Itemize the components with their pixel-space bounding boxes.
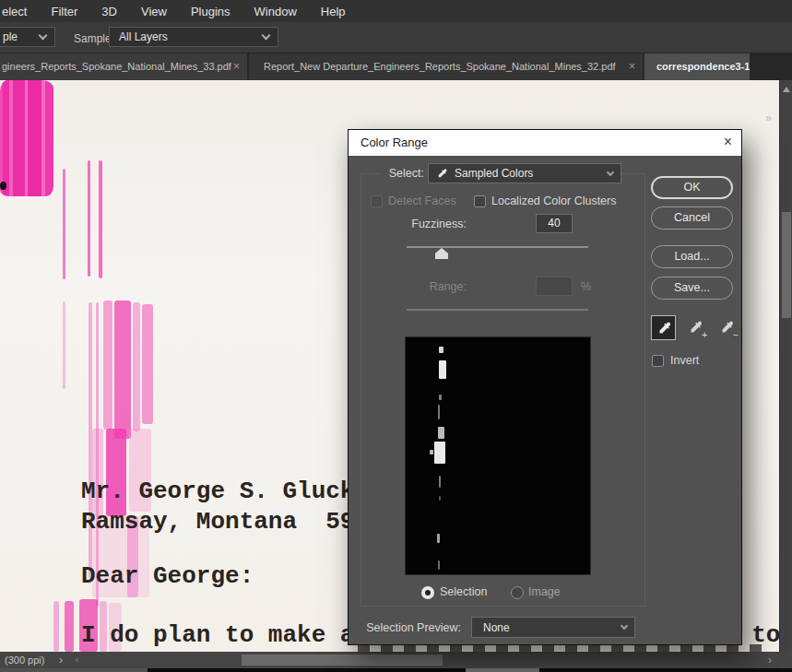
tab-label: gineers_Reports_Spokane_National_Mines_3…: [2, 61, 231, 72]
image-radio[interactable]: [511, 586, 524, 599]
ok-button[interactable]: OK: [651, 176, 733, 199]
vertical-scrollbar-thumb[interactable]: [782, 212, 791, 318]
vertical-scrollbar[interactable]: [779, 80, 792, 652]
resolution-status-text: (300 ppi): [5, 654, 44, 666]
fuzziness-slider-track[interactable]: [407, 246, 588, 248]
preview-speck: [439, 476, 441, 488]
paint-stroke-main: [0, 80, 53, 196]
typewriter-line-1: Mr. George S. Gluck: [81, 477, 354, 505]
typewriter-line-4: I do plan to make a: [81, 621, 354, 649]
window-edge: [466, 668, 539, 672]
scroll-left-icon[interactable]: ‹: [76, 654, 78, 665]
image-radio-label: Image: [528, 585, 561, 598]
preview-speck: [439, 496, 441, 501]
dialog-titlebar[interactable]: Color Range ×: [349, 130, 741, 156]
menu-bar: elect Filter 3D View Plugins Window Help: [0, 0, 792, 22]
chevron-down-icon: [621, 622, 628, 630]
preview-speck: [438, 427, 444, 439]
preview-speck: [438, 405, 440, 419]
tab-document-correspondence-active[interactable]: correspondence3-1.p: [644, 53, 750, 80]
typewriter-line-3: Dear George:: [81, 562, 254, 590]
eyedropper-sample-button[interactable]: [651, 315, 676, 340]
preview-speck: [430, 450, 433, 454]
select-label: Select:: [382, 167, 426, 180]
tab-document-mines-32[interactable]: Report_New Departure_Engineers_Reports_S…: [249, 53, 643, 80]
invert-checkbox[interactable]: [652, 355, 664, 367]
save-button[interactable]: Save...: [651, 277, 733, 300]
menu-item-view[interactable]: View: [141, 5, 167, 18]
eyedropper-icon: [436, 168, 448, 180]
tab-close-icon[interactable]: ×: [629, 60, 635, 73]
plus-glyph: +: [702, 330, 707, 340]
chevron-down-icon: [262, 31, 271, 41]
select-value: Sampled Colors: [455, 167, 533, 180]
document-tab-bar: gineers_Reports_Spokane_National_Mines_3…: [0, 53, 792, 80]
load-button[interactable]: Load...: [651, 245, 733, 268]
scroll-right-icon[interactable]: ›: [768, 654, 772, 666]
selection-preview-dropdown[interactable]: None: [471, 617, 635, 638]
cancel-button[interactable]: Cancel: [651, 206, 733, 230]
selection-preview-value: None: [483, 621, 510, 634]
menu-item-help[interactable]: Help: [321, 5, 346, 18]
eyedropper-subtract-button[interactable]: −: [715, 315, 739, 340]
menu-item-filter[interactable]: Filter: [51, 5, 77, 18]
tab-document-mines-33[interactable]: gineers_Reports_Spokane_National_Mines_3…: [0, 53, 247, 80]
paint-stroke: [53, 601, 59, 652]
fuzziness-label: Fuzziness:: [376, 218, 467, 230]
eyedropper-icon: [656, 321, 672, 336]
paint-stroke: [142, 304, 153, 424]
localized-clusters-label: Localized Color Clusters: [491, 195, 616, 207]
sample-mode-value: All Layers: [119, 30, 168, 43]
invert-label: Invert: [670, 354, 699, 367]
paint-stroke: [99, 160, 102, 278]
preview-speck: [434, 442, 445, 464]
paint-stroke: [63, 301, 65, 389]
scroll-up-icon[interactable]: [783, 87, 790, 92]
status-expand-icon[interactable]: ›: [59, 654, 63, 666]
dialog-title: Color Range: [361, 136, 428, 149]
color-range-dialog: Color Range × Select: Sampled Colors Det…: [348, 129, 742, 645]
paint-stroke: [103, 301, 112, 430]
ink-dot: [0, 182, 6, 190]
obscured-text-row: [358, 644, 770, 652]
sample-mode-dropdown[interactable]: All Layers: [109, 27, 278, 47]
preview-speck: [439, 395, 442, 400]
preview-speck: [439, 360, 446, 379]
preview-speck: [439, 347, 443, 353]
eyedropper-add-button[interactable]: +: [683, 315, 708, 340]
menu-item-3d[interactable]: 3D: [101, 5, 117, 18]
sample-size-value: ple: [3, 30, 18, 43]
typewriter-line-2: Ramsay, Montana 59: [81, 508, 354, 536]
menu-item-window[interactable]: Window: [254, 5, 297, 18]
selection-radio-label: Selection: [440, 585, 487, 598]
fuzziness-input[interactable]: 40: [536, 214, 573, 233]
range-input: [536, 277, 573, 296]
tab-label: Report_New Departure_Engineers_Reports_S…: [264, 61, 616, 72]
sample-size-dropdown[interactable]: ple: [0, 27, 55, 47]
dialog-close-icon[interactable]: ×: [724, 134, 732, 150]
localized-clusters-checkbox[interactable]: [474, 195, 486, 207]
detect-faces-label: Detect Faces: [388, 195, 456, 207]
paint-stroke: [114, 301, 131, 439]
range-unit-label: %: [581, 280, 591, 293]
options-bar: ple Sample: All Layers: [0, 22, 792, 53]
tab-overflow-icon[interactable]: »: [765, 111, 772, 124]
dialog-body: Select: Sampled Colors Detect Faces Loca…: [349, 156, 741, 644]
app-window: elect Filter 3D View Plugins Window Help…: [0, 0, 792, 672]
chevron-down-icon: [607, 169, 614, 176]
selection-radio[interactable]: [421, 586, 434, 599]
paint-stroke: [65, 601, 74, 652]
range-label: Range:: [376, 280, 467, 293]
preview-speck: [438, 560, 440, 570]
sampled-colors-dropdown[interactable]: Sampled Colors: [428, 163, 621, 183]
horizontal-scrollbar-thumb[interactable]: [242, 654, 443, 666]
menu-item-plugins[interactable]: Plugins: [191, 5, 231, 18]
paint-stroke: [63, 169, 65, 279]
preview-box[interactable]: [405, 336, 591, 575]
selection-preview-label: Selection Preview:: [358, 621, 461, 634]
menu-item-select[interactable]: elect: [2, 5, 27, 18]
tab-close-icon[interactable]: ×: [233, 60, 240, 73]
detect-faces-checkbox: [371, 195, 383, 207]
paint-stroke: [133, 302, 140, 431]
status-bar: (300 ppi) › ‹ ›: [0, 652, 792, 668]
